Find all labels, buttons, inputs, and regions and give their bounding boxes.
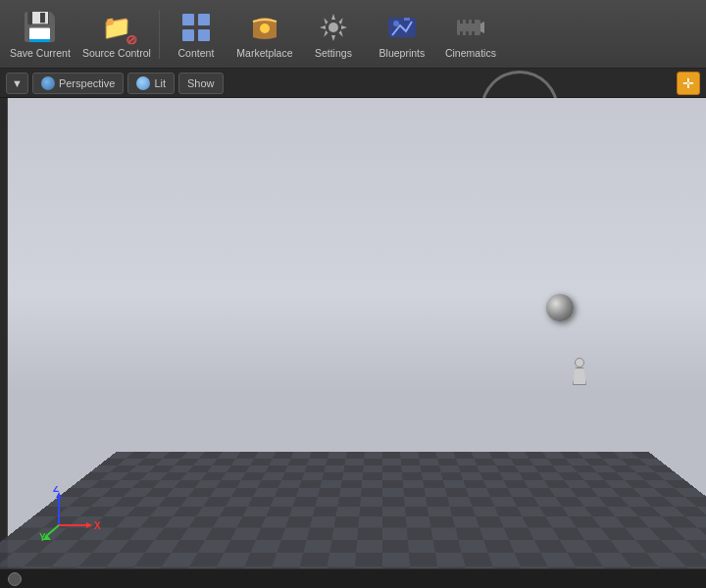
pawn-object [569,358,590,387]
status-bar [0,568,706,588]
y-axis-label: Y [39,532,46,543]
status-icon [8,572,22,586]
blueprints-icon [386,12,418,43]
content-icon [180,12,212,43]
save-icon: 💾 [23,11,57,43]
marketplace-icon [249,12,280,43]
cinematics-button[interactable]: Cinematics [436,3,505,66]
source-control-label: Source Control [82,47,151,59]
marketplace-label: Marketplace [236,47,292,59]
source-control-button[interactable]: 📁 ⊘ Source Control [76,3,157,66]
z-axis-label: Z [53,486,59,494]
source-control-icon: 📁 [102,14,131,41]
save-current-button[interactable]: 💾 Save Current [4,3,76,66]
svg-marker-10 [480,22,484,33]
show-label: Show [187,77,215,89]
pawn-head [575,358,584,368]
content-button[interactable]: Content [162,3,230,66]
svg-point-5 [328,23,338,32]
settings-icon [318,12,349,43]
sphere-object [546,294,574,321]
svg-rect-3 [198,29,210,41]
maximize-icon: ✛ [682,75,694,91]
svg-marker-20 [86,522,92,528]
svg-rect-1 [198,14,210,25]
marketplace-button[interactable]: Marketplace [230,3,299,66]
perspective-button[interactable]: Perspective [32,73,124,94]
cinematics-icon [455,12,486,43]
pawn-body [573,368,586,385]
axis-indicator: Z X Y [39,486,118,549]
viewport-left-strip [0,98,8,588]
cinematics-label: Cinematics [445,47,496,59]
chevron-down-icon: ▼ [12,77,23,89]
svg-rect-12 [466,20,469,24]
svg-rect-14 [460,31,463,35]
viewport-options-dropdown[interactable]: ▼ [6,73,28,94]
x-axis-label: X [94,520,101,531]
svg-point-4 [260,24,270,33]
viewport-bar: ▼ Perspective Lit Show ✛ [0,69,706,98]
viewport-3d[interactable]: Z X Y [0,98,706,588]
svg-rect-16 [472,31,475,35]
settings-button[interactable]: Settings [299,3,368,66]
svg-rect-15 [466,31,469,35]
toolbar: 💾 Save Current 📁 ⊘ Source Control Conten… [0,0,706,69]
svg-rect-11 [460,20,463,24]
lit-icon [136,76,150,90]
blueprints-button[interactable]: Blueprints [368,3,436,66]
blueprints-label: Blueprints [379,47,426,59]
show-button[interactable]: Show [178,73,224,94]
axis-svg: Z X Y [39,486,118,545]
svg-rect-8 [404,18,410,21]
source-warning-icon: ⊘ [126,32,136,47]
svg-rect-13 [472,20,475,24]
svg-rect-2 [182,29,194,41]
toolbar-separator-1 [159,10,160,59]
viewport-bar-right: ✛ [677,72,700,95]
settings-label: Settings [315,47,352,59]
maximize-viewport-button[interactable]: ✛ [677,72,700,95]
perspective-icon [41,76,55,90]
svg-point-7 [393,21,399,26]
svg-rect-0 [182,14,194,25]
content-label: Content [178,47,215,59]
perspective-label: Perspective [59,77,115,89]
lit-label: Lit [154,77,166,89]
lit-button[interactable]: Lit [127,73,175,94]
save-current-label: Save Current [10,47,71,59]
